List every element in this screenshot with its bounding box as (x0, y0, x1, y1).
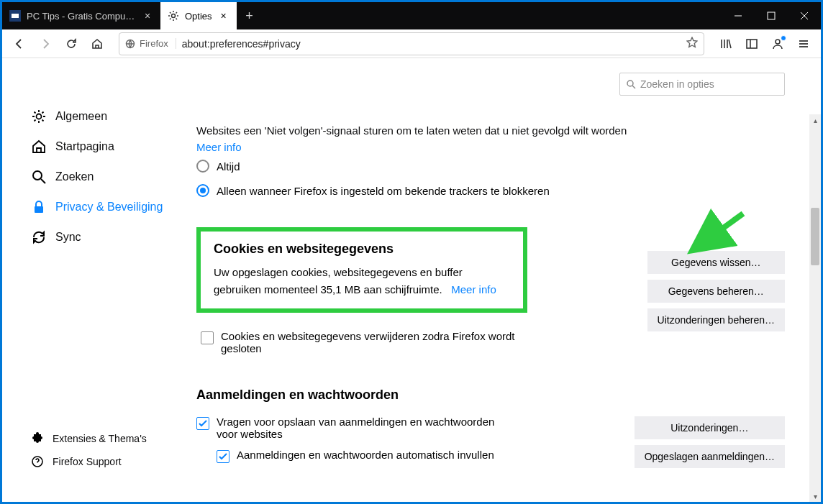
logins-exceptions-button[interactable]: Uitzonderingen… (635, 416, 785, 439)
sidebar-item-label: Firefox Support (53, 456, 122, 467)
scrollbar[interactable]: ▴ ▾ (809, 114, 821, 502)
checkbox-icon (201, 331, 214, 344)
sidebar-item-general[interactable]: Algemeen (31, 101, 175, 132)
url-text: about:preferences#privacy (182, 38, 681, 50)
tab-title: Opties (185, 11, 212, 22)
new-tab-button[interactable]: + (237, 2, 263, 29)
sidebar-item-label: Sync (55, 231, 81, 244)
reload-button[interactable] (60, 32, 83, 55)
highlight-box: Cookies en websitegegevens Uw opgeslagen… (196, 227, 527, 313)
svg-rect-12 (747, 40, 757, 48)
button-label: Gegevens beheren… (668, 285, 764, 297)
account-icon[interactable] (766, 32, 789, 55)
checkbox-icon (196, 417, 209, 430)
radio-icon (196, 184, 209, 197)
notification-dot-icon (781, 35, 786, 41)
radio-label: Alleen wanneer Firefox is ingesteld om b… (217, 185, 550, 197)
library-icon[interactable] (714, 32, 737, 55)
search-icon (31, 169, 47, 185)
svg-point-18 (37, 114, 42, 119)
logins-button-column: Uitzonderingen… Opgeslagen aanmeldingen… (635, 416, 785, 468)
svg-line-24 (632, 86, 635, 88)
svg-point-23 (627, 81, 633, 86)
clear-on-close-checkbox[interactable]: Cookies en websitegegevens verwijderen z… (201, 326, 517, 359)
window-controls (722, 2, 821, 29)
bookmark-star-icon[interactable] (686, 37, 698, 51)
menu-icon[interactable] (792, 32, 815, 55)
back-button[interactable] (8, 32, 31, 55)
search-icon (626, 79, 636, 89)
scroll-up-icon[interactable]: ▴ (809, 114, 821, 126)
search-placeholder: Zoeken in opties (640, 78, 714, 90)
tab-title: PC Tips - Gratis Computer tips (27, 11, 136, 22)
gear-icon (168, 10, 179, 22)
sidebar-item-search[interactable]: Zoeken (31, 162, 175, 192)
site-identity[interactable]: Firefox (125, 38, 176, 49)
sidebar-item-home[interactable]: Startpagina (31, 132, 175, 162)
button-label: Gegevens wissen… (671, 257, 761, 268)
dnt-option-always[interactable]: Altijd (196, 154, 785, 178)
search-input[interactable]: Zoeken in opties (619, 73, 785, 96)
home-button[interactable] (86, 32, 109, 55)
autofill-logins-checkbox[interactable]: Aanmeldingen en wachtwoorden automatisch… (217, 444, 533, 467)
sidebar-item-support[interactable]: Firefox Support (31, 450, 175, 473)
ask-save-logins-checkbox[interactable]: Vragen voor opslaan van aanmeldingen en … (196, 411, 513, 444)
lock-icon (31, 199, 47, 215)
forward-button[interactable] (34, 32, 57, 55)
svg-point-19 (33, 171, 42, 180)
svg-point-2 (172, 14, 176, 18)
sidebar-item-label: Startpagina (55, 140, 114, 153)
checkbox-icon (217, 450, 229, 463)
home-icon (31, 139, 47, 155)
sidebar-item-label: Extensies & Thema's (53, 433, 147, 444)
cookies-button-column: Gegevens wissen… Gegevens beheren… Uitzo… (647, 251, 785, 331)
sidebar-toggle-icon[interactable] (740, 32, 763, 55)
manage-data-button[interactable]: Gegevens beheren… (647, 280, 785, 303)
sidebar-item-sync[interactable]: Sync (31, 222, 175, 252)
cookies-size: 35,1 MB (320, 283, 360, 295)
maximize-button[interactable] (755, 2, 788, 29)
checkbox-label: Aanmeldingen en wachtwoorden automatisch… (237, 449, 494, 461)
scrollbar-thumb[interactable] (811, 208, 819, 265)
radio-label: Altijd (217, 160, 240, 173)
content-area: Algemeen Startpagina Zoeken Privacy & Be… (2, 58, 821, 502)
dnt-intro: Websites een 'Niet volgen'-signaal sture… (196, 124, 785, 137)
close-window-button[interactable] (788, 2, 821, 29)
dnt-option-blockers[interactable]: Alleen wanneer Firefox is ingesteld om b… (196, 178, 785, 203)
dnt-more-link[interactable]: Meer info (196, 141, 242, 153)
sidebar-item-label: Zoeken (55, 170, 94, 183)
cookies-more-link[interactable]: Meer info (451, 283, 496, 295)
tab-pctips[interactable]: PC Tips - Gratis Computer tips × (2, 2, 160, 29)
clear-data-button[interactable]: Gegevens wissen… (647, 251, 785, 274)
svg-rect-4 (768, 12, 775, 19)
browser-window: PC Tips - Gratis Computer tips × Opties … (2, 2, 821, 502)
navbar: Firefox about:preferences#privacy (2, 29, 821, 58)
identity-label: Firefox (140, 38, 168, 49)
close-icon[interactable]: × (142, 10, 153, 22)
svg-point-14 (776, 40, 780, 44)
minimize-button[interactable] (722, 2, 755, 29)
cookies-description: Uw opgeslagen cookies, websitegegevens e… (214, 264, 510, 298)
sidebar-item-extensions[interactable]: Extensies & Thema's (31, 427, 175, 450)
checkbox-label: Vragen voor opslaan van aanmeldingen en … (217, 416, 513, 440)
firefox-icon (125, 39, 135, 49)
tab-strip: PC Tips - Gratis Computer tips × Opties … (2, 2, 722, 29)
checkbox-label: Cookies en websitegegevens verwijderen z… (221, 330, 517, 354)
radio-icon (196, 160, 209, 173)
help-icon (31, 455, 44, 468)
puzzle-icon (31, 432, 44, 445)
sidebar-item-label: Algemeen (55, 110, 107, 123)
close-icon[interactable]: × (218, 10, 229, 22)
gear-icon (31, 109, 47, 124)
svg-rect-1 (12, 14, 19, 18)
sidebar-item-label: Privacy & Beveiliging (55, 201, 163, 214)
scroll-down-icon[interactable]: ▾ (809, 490, 821, 502)
address-bar[interactable]: Firefox about:preferences#privacy (119, 32, 704, 55)
saved-logins-button[interactable]: Opgeslagen aanmeldingen… (635, 445, 785, 468)
preferences-main: Zoeken in opties Websites een 'Niet volg… (175, 58, 821, 502)
sidebar-item-privacy[interactable]: Privacy & Beveiliging (31, 192, 175, 222)
cookies-desc-post: aan schijfruimte. (360, 283, 442, 295)
manage-exceptions-button[interactable]: Uitzonderingen beheren… (647, 308, 785, 331)
tab-options[interactable]: Opties × (160, 2, 237, 29)
svg-rect-21 (35, 206, 43, 213)
